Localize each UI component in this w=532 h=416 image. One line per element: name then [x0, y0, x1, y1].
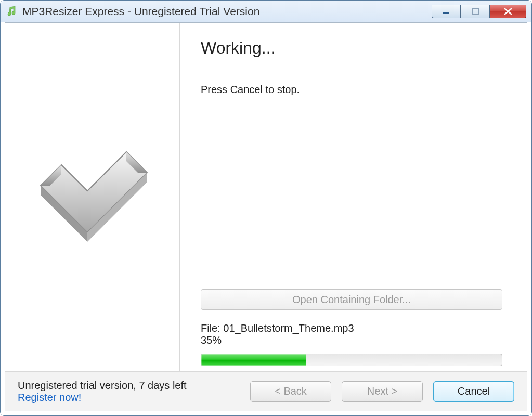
current-file-label: File: 01_Bulletstorm_Theme.mp3 — [201, 322, 506, 334]
window-title: MP3Resizer Express - Unregistered Trial … — [22, 5, 259, 18]
register-link[interactable]: Register now! — [18, 392, 187, 404]
music-note-icon — [6, 6, 17, 17]
trial-status-text: Unregistered trial version, 7 days left — [18, 380, 187, 392]
svg-rect-1 — [472, 8, 478, 14]
app-window: MP3Resizer Express - Unregistered Trial … — [0, 0, 532, 416]
file-name: 01_Bulletstorm_Theme.mp3 — [223, 322, 354, 334]
cancel-button[interactable]: Cancel — [433, 381, 514, 402]
close-button[interactable] — [490, 5, 526, 18]
progress-fill — [201, 354, 306, 366]
svg-rect-0 — [443, 12, 449, 14]
progress-bar — [201, 354, 502, 366]
titlebar[interactable]: MP3Resizer Express - Unregistered Trial … — [1, 1, 531, 22]
window-controls — [432, 5, 526, 18]
next-button: Next > — [342, 381, 423, 402]
maximize-icon — [472, 8, 479, 15]
minimize-button[interactable] — [432, 5, 461, 18]
footer-bar: Unregistered trial version, 7 days left … — [5, 371, 527, 411]
minimize-icon — [443, 8, 450, 15]
instruction-text: Press Cancel to stop. — [201, 84, 506, 96]
file-prefix: File: — [201, 322, 223, 334]
left-pane — [5, 23, 180, 371]
open-containing-folder-button: Open Containing Folder... — [201, 289, 502, 310]
back-button: < Back — [250, 381, 331, 402]
wizard-body: Working... Press Cancel to stop. Open Co… — [5, 23, 527, 371]
close-icon — [503, 8, 513, 15]
right-pane: Working... Press Cancel to stop. Open Co… — [180, 23, 527, 371]
client-area: Working... Press Cancel to stop. Open Co… — [5, 22, 527, 411]
progress-percent-text: 35% — [201, 334, 506, 346]
maximize-button — [461, 5, 490, 18]
checkmark-icon — [30, 134, 155, 261]
page-heading: Working... — [201, 38, 506, 58]
